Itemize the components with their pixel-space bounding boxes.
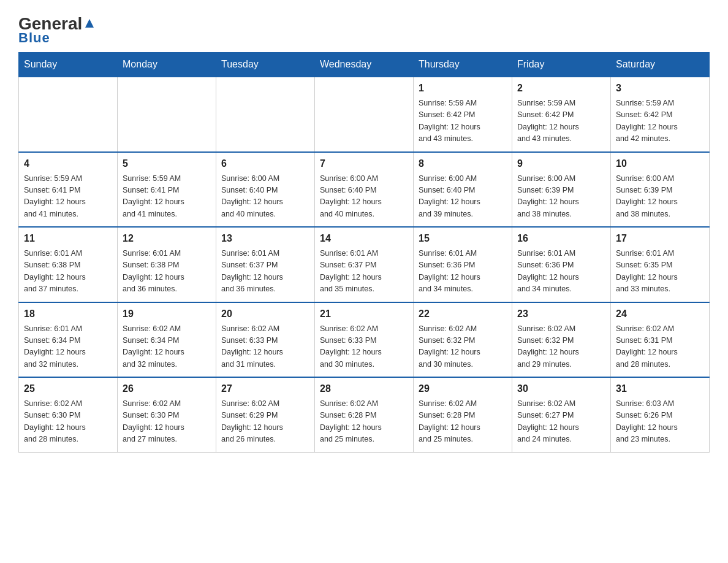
calendar-header-friday: Friday [512,53,611,77]
calendar-cell: 26Sunrise: 6:02 AM Sunset: 6:30 PM Dayli… [118,377,216,452]
day-info: Sunrise: 6:01 AM Sunset: 6:36 PM Dayligh… [517,248,605,296]
day-number: 4 [24,156,112,171]
calendar-cell: 6Sunrise: 6:00 AM Sunset: 6:40 PM Daylig… [216,152,315,228]
day-number: 16 [517,231,605,246]
calendar-cell: 1Sunrise: 5:59 AM Sunset: 6:42 PM Daylig… [414,77,512,152]
calendar-cell: 31Sunrise: 6:03 AM Sunset: 6:26 PM Dayli… [611,377,710,452]
day-number: 28 [320,381,408,396]
calendar-cell: 25Sunrise: 6:02 AM Sunset: 6:30 PM Dayli… [19,377,118,452]
header: General Blue [18,12,710,46]
calendar-cell: 29Sunrise: 6:02 AM Sunset: 6:28 PM Dayli… [414,377,512,452]
day-info: Sunrise: 6:01 AM Sunset: 6:35 PM Dayligh… [616,248,704,296]
calendar-cell: 23Sunrise: 6:02 AM Sunset: 6:32 PM Dayli… [512,302,611,378]
day-number: 8 [419,156,507,171]
day-info: Sunrise: 6:00 AM Sunset: 6:40 PM Dayligh… [221,173,309,221]
day-number: 29 [419,381,507,396]
calendar-cell [315,77,414,152]
calendar-cell: 9Sunrise: 6:00 AM Sunset: 6:39 PM Daylig… [512,152,611,228]
day-info: Sunrise: 6:02 AM Sunset: 6:33 PM Dayligh… [221,323,309,371]
calendar-header-monday: Monday [118,53,216,77]
logo-triangle-icon [83,17,96,30]
calendar-header-thursday: Thursday [414,53,512,77]
day-info: Sunrise: 6:02 AM Sunset: 6:30 PM Dayligh… [24,398,112,446]
calendar-week-row: 11Sunrise: 6:01 AM Sunset: 6:38 PM Dayli… [19,227,710,302]
day-info: Sunrise: 6:00 AM Sunset: 6:40 PM Dayligh… [419,173,507,221]
calendar-cell: 4Sunrise: 5:59 AM Sunset: 6:41 PM Daylig… [19,152,118,228]
day-info: Sunrise: 6:02 AM Sunset: 6:28 PM Dayligh… [320,398,408,446]
calendar-header-wednesday: Wednesday [315,53,414,77]
day-info: Sunrise: 6:02 AM Sunset: 6:28 PM Dayligh… [419,398,507,446]
day-info: Sunrise: 6:01 AM Sunset: 6:37 PM Dayligh… [221,248,309,296]
day-info: Sunrise: 6:01 AM Sunset: 6:36 PM Dayligh… [419,248,507,296]
day-number: 18 [24,307,112,321]
calendar-cell: 30Sunrise: 6:02 AM Sunset: 6:27 PM Dayli… [512,377,611,452]
calendar-week-row: 18Sunrise: 6:01 AM Sunset: 6:34 PM Dayli… [19,302,710,378]
day-number: 11 [24,231,112,246]
day-info: Sunrise: 6:01 AM Sunset: 6:37 PM Dayligh… [320,248,408,296]
calendar-cell: 20Sunrise: 6:02 AM Sunset: 6:33 PM Dayli… [216,302,315,378]
day-info: Sunrise: 6:00 AM Sunset: 6:39 PM Dayligh… [517,173,605,221]
calendar-header-row: SundayMondayTuesdayWednesdayThursdayFrid… [19,53,710,77]
calendar-cell: 19Sunrise: 6:02 AM Sunset: 6:34 PM Dayli… [118,302,216,378]
day-number: 14 [320,231,408,246]
calendar-cell: 5Sunrise: 5:59 AM Sunset: 6:41 PM Daylig… [118,152,216,228]
day-number: 24 [616,307,704,321]
calendar-cell: 18Sunrise: 6:01 AM Sunset: 6:34 PM Dayli… [19,302,118,378]
day-info: Sunrise: 6:01 AM Sunset: 6:34 PM Dayligh… [24,323,112,371]
calendar-header-sunday: Sunday [19,53,118,77]
day-number: 1 [419,81,507,96]
calendar-week-row: 1Sunrise: 5:59 AM Sunset: 6:42 PM Daylig… [19,77,710,152]
calendar-cell [216,77,315,152]
day-info: Sunrise: 5:59 AM Sunset: 6:42 PM Dayligh… [517,98,605,145]
calendar-week-row: 25Sunrise: 6:02 AM Sunset: 6:30 PM Dayli… [19,377,710,452]
calendar-cell: 12Sunrise: 6:01 AM Sunset: 6:38 PM Dayli… [118,227,216,302]
day-number: 13 [221,231,309,246]
calendar-cell: 21Sunrise: 6:02 AM Sunset: 6:33 PM Dayli… [315,302,414,378]
calendar-cell: 3Sunrise: 5:59 AM Sunset: 6:42 PM Daylig… [611,77,710,152]
calendar-cell: 7Sunrise: 6:00 AM Sunset: 6:40 PM Daylig… [315,152,414,228]
day-number: 20 [221,307,309,321]
day-number: 30 [517,381,605,396]
day-number: 3 [616,81,704,96]
day-number: 23 [517,307,605,321]
day-info: Sunrise: 6:00 AM Sunset: 6:40 PM Dayligh… [320,173,408,221]
calendar-cell: 28Sunrise: 6:02 AM Sunset: 6:28 PM Dayli… [315,377,414,452]
logo: General Blue [18,12,96,46]
day-number: 5 [123,156,211,171]
day-info: Sunrise: 6:02 AM Sunset: 6:30 PM Dayligh… [123,398,211,446]
day-info: Sunrise: 5:59 AM Sunset: 6:42 PM Dayligh… [616,98,704,145]
day-number: 22 [419,307,507,321]
calendar-cell: 24Sunrise: 6:02 AM Sunset: 6:31 PM Dayli… [611,302,710,378]
calendar-cell: 2Sunrise: 5:59 AM Sunset: 6:42 PM Daylig… [512,77,611,152]
day-info: Sunrise: 6:02 AM Sunset: 6:29 PM Dayligh… [221,398,309,446]
day-info: Sunrise: 6:02 AM Sunset: 6:32 PM Dayligh… [517,323,605,371]
day-info: Sunrise: 6:02 AM Sunset: 6:34 PM Dayligh… [123,323,211,371]
day-info: Sunrise: 6:02 AM Sunset: 6:31 PM Dayligh… [616,323,704,371]
calendar-cell: 10Sunrise: 6:00 AM Sunset: 6:39 PM Dayli… [611,152,710,228]
calendar-cell: 14Sunrise: 6:01 AM Sunset: 6:37 PM Dayli… [315,227,414,302]
calendar-cell: 16Sunrise: 6:01 AM Sunset: 6:36 PM Dayli… [512,227,611,302]
day-info: Sunrise: 6:02 AM Sunset: 6:33 PM Dayligh… [320,323,408,371]
day-number: 7 [320,156,408,171]
day-info: Sunrise: 6:01 AM Sunset: 6:38 PM Dayligh… [24,248,112,296]
calendar-cell: 17Sunrise: 6:01 AM Sunset: 6:35 PM Dayli… [611,227,710,302]
calendar-cell [118,77,216,152]
calendar-cell: 13Sunrise: 6:01 AM Sunset: 6:37 PM Dayli… [216,227,315,302]
day-info: Sunrise: 6:01 AM Sunset: 6:38 PM Dayligh… [123,248,211,296]
day-number: 21 [320,307,408,321]
day-number: 26 [123,381,211,396]
day-info: Sunrise: 6:02 AM Sunset: 6:27 PM Dayligh… [517,398,605,446]
calendar-cell [19,77,118,152]
day-info: Sunrise: 6:03 AM Sunset: 6:26 PM Dayligh… [616,398,704,446]
calendar-header-tuesday: Tuesday [216,53,315,77]
day-number: 15 [419,231,507,246]
calendar-cell: 22Sunrise: 6:02 AM Sunset: 6:32 PM Dayli… [414,302,512,378]
calendar-header-saturday: Saturday [611,53,710,77]
calendar-cell: 15Sunrise: 6:01 AM Sunset: 6:36 PM Dayli… [414,227,512,302]
day-info: Sunrise: 5:59 AM Sunset: 6:41 PM Dayligh… [24,173,112,221]
day-info: Sunrise: 5:59 AM Sunset: 6:41 PM Dayligh… [123,173,211,221]
day-number: 10 [616,156,704,171]
day-number: 2 [517,81,605,96]
day-info: Sunrise: 5:59 AM Sunset: 6:42 PM Dayligh… [419,98,507,145]
day-number: 19 [123,307,211,321]
